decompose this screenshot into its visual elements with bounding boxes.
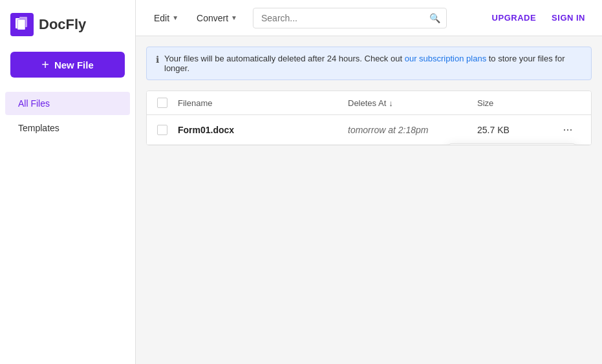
search-box: 🔍 bbox=[253, 8, 447, 28]
sign-in-button[interactable]: SIGN IN bbox=[545, 9, 592, 27]
sidebar-item-templates[interactable]: Templates bbox=[5, 116, 130, 140]
docfly-logo-icon bbox=[10, 13, 34, 36]
convert-chevron-icon: ▼ bbox=[231, 14, 237, 21]
file-table: Filename Deletes At ↓ Size Form01.docx t… bbox=[146, 91, 592, 145]
edit-label: Edit bbox=[154, 13, 169, 23]
search-input[interactable] bbox=[253, 8, 447, 28]
brand-name: DocFly bbox=[39, 16, 86, 33]
upgrade-button[interactable]: UPGRADE bbox=[486, 9, 543, 27]
banner-text: Your files will be automatically deleted… bbox=[164, 54, 582, 73]
convert-label: Convert bbox=[197, 13, 228, 23]
plus-icon: + bbox=[41, 58, 49, 71]
edit-menu-button[interactable]: Edit ▼ bbox=[146, 8, 186, 28]
row-filename: Form01.docx bbox=[178, 125, 348, 135]
row-actions: ··· Convert to PDF bbox=[555, 122, 581, 138]
new-file-button[interactable]: + New File bbox=[10, 52, 125, 78]
subscription-plans-link[interactable]: our subscription plans bbox=[405, 54, 486, 63]
search-icon: 🔍 bbox=[429, 13, 440, 23]
svg-rect-3 bbox=[17, 19, 25, 30]
row-checkbox[interactable] bbox=[157, 125, 167, 135]
sort-arrow-icon: ↓ bbox=[389, 98, 393, 108]
main-content: Edit ▼ Convert ▼ 🔍 UPGRADE SIGN IN ℹ You… bbox=[136, 0, 602, 364]
new-file-label: New File bbox=[54, 59, 94, 70]
column-header-size: Size bbox=[477, 98, 555, 108]
column-header-filename: Filename bbox=[178, 98, 348, 108]
sidebar: DocFly + New File All Files Templates bbox=[0, 0, 136, 364]
sidebar-navigation: All Files Templates bbox=[0, 88, 135, 144]
logo-area: DocFly bbox=[0, 8, 135, 47]
row-size: 25.7 KB bbox=[477, 125, 555, 135]
column-header-deletes-at: Deletes At ↓ bbox=[348, 98, 477, 108]
info-icon: ℹ bbox=[156, 54, 159, 65]
row-deletes-at: tomorrow at 2:18pm bbox=[348, 125, 477, 135]
content-area: ℹ Your files will be automatically delet… bbox=[136, 36, 602, 364]
info-banner: ℹ Your files will be automatically delet… bbox=[146, 47, 592, 80]
select-all-checkbox[interactable] bbox=[157, 98, 167, 108]
topbar: Edit ▼ Convert ▼ 🔍 UPGRADE SIGN IN bbox=[136, 0, 602, 36]
topbar-right: UPGRADE SIGN IN bbox=[486, 9, 592, 27]
more-actions-button[interactable]: ··· bbox=[559, 122, 576, 138]
sidebar-item-all-files[interactable]: All Files bbox=[5, 92, 130, 115]
context-menu: Convert to PDF Rename bbox=[447, 144, 577, 145]
convert-menu-button[interactable]: Convert ▼ bbox=[189, 8, 245, 28]
table-row: Form01.docx tomorrow at 2:18pm 25.7 KB ·… bbox=[147, 115, 591, 145]
table-header: Filename Deletes At ↓ Size bbox=[147, 91, 591, 115]
context-menu-wrap: ··· Convert to PDF bbox=[559, 122, 576, 138]
edit-chevron-icon: ▼ bbox=[172, 14, 178, 21]
